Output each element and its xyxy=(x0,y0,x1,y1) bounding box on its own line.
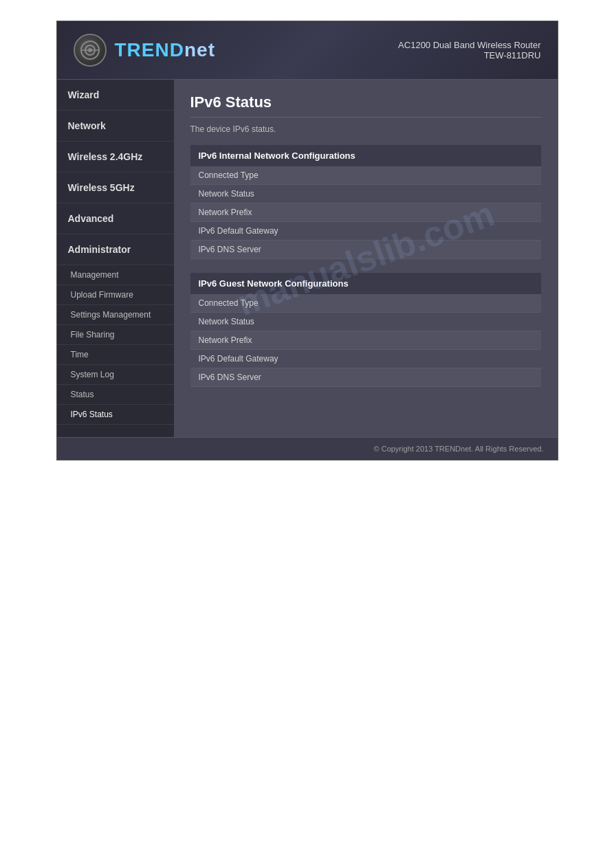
brand-name-part2: net xyxy=(184,39,215,60)
table-row: Connected Type xyxy=(190,294,541,313)
guest-dns-server-value xyxy=(300,368,541,387)
footer: © Copyright 2013 TRENDnet. All Rights Re… xyxy=(57,437,558,460)
header: TRENDnet AC1200 Dual Band Wireless Route… xyxy=(57,21,558,80)
sidebar-sub-time[interactable]: Time xyxy=(57,345,174,365)
guest-connected-type-value xyxy=(300,294,541,313)
guest-network-status-label: Network Status xyxy=(190,313,300,331)
content-area: manualslib.com IPv6 Status The device IP… xyxy=(174,80,558,437)
sidebar-item-advanced[interactable]: Advanced xyxy=(57,203,174,234)
internal-dns-server-label: IPv6 DNS Server xyxy=(190,241,300,259)
sidebar-sub-status[interactable]: Status xyxy=(57,385,174,405)
guest-dns-server-label: IPv6 DNS Server xyxy=(190,368,300,387)
guest-network-prefix-label: Network Prefix xyxy=(190,331,300,350)
guest-network-prefix-value xyxy=(300,331,541,350)
sidebar-sub-management[interactable]: Management xyxy=(57,265,174,285)
logo-area: TRENDnet xyxy=(74,34,215,67)
table-row: IPv6 DNS Server xyxy=(190,241,541,259)
device-description: AC1200 Dual Band Wireless Router xyxy=(398,40,540,50)
sidebar-item-administrator[interactable]: Administrator xyxy=(57,234,174,265)
guest-network-table: IPv6 Guest Network Configurations Connec… xyxy=(190,273,541,387)
brand-name: TRENDnet xyxy=(115,39,215,61)
internal-connected-type-value xyxy=(300,166,541,185)
main-layout: Wizard Network Wireless 2.4GHz Wireless … xyxy=(57,80,558,437)
sidebar-sub-ipv6-status[interactable]: IPv6 Status xyxy=(57,405,174,425)
table-row: Connected Type xyxy=(190,166,541,185)
sidebar-sub-settings-management[interactable]: Settings Management xyxy=(57,305,174,325)
sidebar-item-wireless24[interactable]: Wireless 2.4GHz xyxy=(57,142,174,173)
guest-table-header: IPv6 Guest Network Configurations xyxy=(190,273,541,294)
sidebar-sub-upload-firmware[interactable]: Upload Firmware xyxy=(57,285,174,305)
internal-default-gateway-value xyxy=(300,222,541,241)
table-row: Network Prefix xyxy=(190,203,541,222)
internal-network-prefix-value xyxy=(300,203,541,222)
internal-network-prefix-label: Network Prefix xyxy=(190,203,300,222)
internal-connected-type-label: Connected Type xyxy=(190,166,300,185)
internal-table-header: IPv6 Internal Network Configurations xyxy=(190,145,541,166)
internal-default-gateway-label: IPv6 Default Gateway xyxy=(190,222,300,241)
guest-network-status-value xyxy=(300,313,541,331)
table-row: IPv6 Default Gateway xyxy=(190,222,541,241)
internal-dns-server-value xyxy=(300,241,541,259)
guest-connected-type-label: Connected Type xyxy=(190,294,300,313)
brand-name-part1: TREND xyxy=(115,39,184,60)
sidebar-sub-system-log[interactable]: System Log xyxy=(57,365,174,385)
sidebar-item-wireless5[interactable]: Wireless 5GHz xyxy=(57,173,174,203)
copyright-text: © Copyright 2013 TRENDnet. All Rights Re… xyxy=(374,445,544,453)
page-divider xyxy=(190,117,541,118)
logo-icon xyxy=(74,34,107,67)
sidebar-sub-file-sharing[interactable]: File Sharing xyxy=(57,325,174,345)
device-model: TEW-811DRU xyxy=(398,50,540,60)
device-info: AC1200 Dual Band Wireless Router TEW-811… xyxy=(398,40,540,60)
page-description: The device IPv6 status. xyxy=(190,124,541,134)
internal-network-table: IPv6 Internal Network Configurations Con… xyxy=(190,145,541,259)
internal-network-status-label: Network Status xyxy=(190,185,300,203)
page-title: IPv6 Status xyxy=(190,93,541,111)
internal-network-status-value xyxy=(300,185,541,203)
guest-default-gateway-value xyxy=(300,350,541,368)
table-row: IPv6 Default Gateway xyxy=(190,350,541,368)
guest-default-gateway-label: IPv6 Default Gateway xyxy=(190,350,300,368)
sidebar-item-wizard[interactable]: Wizard xyxy=(57,80,174,111)
sidebar: Wizard Network Wireless 2.4GHz Wireless … xyxy=(57,80,174,437)
sidebar-item-network[interactable]: Network xyxy=(57,111,174,142)
table-row: Network Status xyxy=(190,313,541,331)
table-row: IPv6 DNS Server xyxy=(190,368,541,387)
table-row: Network Prefix xyxy=(190,331,541,350)
table-row: Network Status xyxy=(190,185,541,203)
